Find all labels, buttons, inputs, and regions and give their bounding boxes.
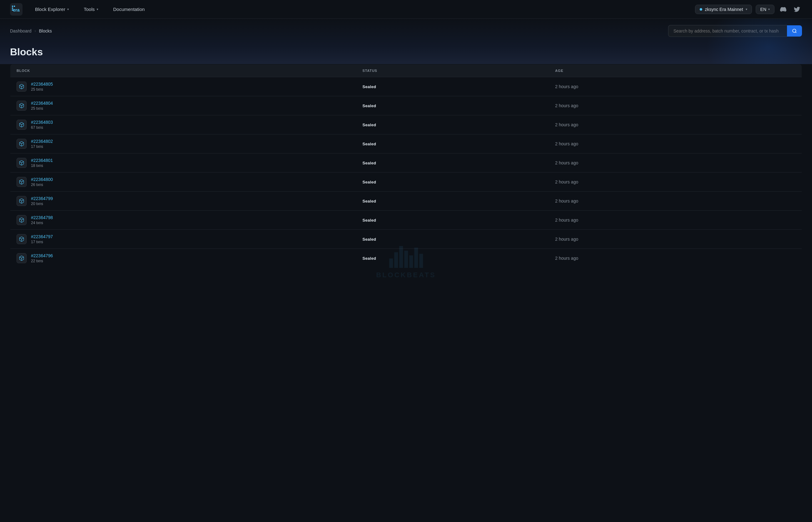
age-cell-5: 2 hours ago xyxy=(549,173,802,192)
block-cell-7: #22364798 24 txns xyxy=(10,211,356,230)
block-explorer-chevron-icon: ▾ xyxy=(67,7,69,11)
navbar: era Block Explorer ▾ Tools ▾ Documentati… xyxy=(0,0,812,19)
block-number-link[interactable]: #22364802 xyxy=(31,139,53,144)
block-cell-3: #22364802 17 txns xyxy=(10,135,356,154)
status-badge: Sealed xyxy=(363,256,376,261)
block-cell-inner: #22364804 25 txns xyxy=(17,101,350,111)
breadcrumb: Dashboard › Blocks xyxy=(10,28,52,34)
block-icon xyxy=(17,158,26,168)
status-badge: Sealed xyxy=(363,84,376,89)
block-cell-inner: #22364796 22 txns xyxy=(17,253,350,263)
block-cell-9: #22364796 22 txns xyxy=(10,249,356,268)
block-info: #22364799 20 txns xyxy=(31,196,53,206)
status-badge: Sealed xyxy=(363,218,376,223)
block-cube-icon xyxy=(19,255,24,261)
status-cell-8: Sealed xyxy=(356,230,549,249)
block-cube-icon xyxy=(19,84,24,89)
block-info: #22364797 17 txns xyxy=(31,234,53,244)
table-row: #22364803 67 txns Sealed 2 hours ago xyxy=(10,115,802,135)
breadcrumb-separator: › xyxy=(35,29,36,33)
block-cell-inner: #22364798 24 txns xyxy=(17,215,350,225)
block-txns: 17 txns xyxy=(31,144,53,149)
block-info: #22364798 24 txns xyxy=(31,215,53,225)
age-text: 2 hours ago xyxy=(555,237,578,242)
age-cell-9: 2 hours ago xyxy=(549,249,802,268)
block-cube-icon xyxy=(19,217,24,223)
block-cell-inner: #22364803 67 txns xyxy=(17,120,350,130)
block-info: #22364802 17 txns xyxy=(31,139,53,149)
svg-rect-2 xyxy=(12,6,13,7)
svg-rect-4 xyxy=(12,9,13,11)
discord-icon[interactable] xyxy=(778,4,788,14)
status-cell-5: Sealed xyxy=(356,173,549,192)
twitter-icon[interactable] xyxy=(792,4,802,14)
age-cell-3: 2 hours ago xyxy=(549,135,802,154)
search-input[interactable] xyxy=(668,25,787,37)
table-row: #22364798 24 txns Sealed 2 hours ago xyxy=(10,211,802,230)
age-text: 2 hours ago xyxy=(555,84,578,89)
block-txns: 67 txns xyxy=(31,125,53,130)
block-icon xyxy=(17,101,26,111)
blocks-tbody: #22364805 25 txns Sealed 2 hours ago # xyxy=(10,77,802,268)
block-txns: 22 txns xyxy=(31,259,53,263)
svg-text:era: era xyxy=(13,7,19,13)
table-row: #22364802 17 txns Sealed 2 hours ago xyxy=(10,135,802,154)
table-row: #22364799 20 txns Sealed 2 hours ago xyxy=(10,192,802,211)
block-icon xyxy=(17,82,26,92)
table-row: #22364801 18 txns Sealed 2 hours ago xyxy=(10,154,802,173)
svg-rect-5 xyxy=(14,6,15,7)
status-badge: Sealed xyxy=(363,103,376,108)
status-badge: Sealed xyxy=(363,142,376,146)
language-selector[interactable]: EN ▾ xyxy=(756,5,774,14)
age-cell-6: 2 hours ago xyxy=(549,192,802,211)
age-text: 2 hours ago xyxy=(555,122,578,127)
page-title: Blocks xyxy=(10,46,802,58)
block-icon xyxy=(17,196,26,206)
status-cell-9: Sealed xyxy=(356,249,549,268)
block-number-link[interactable]: #22364803 xyxy=(31,120,53,125)
block-txns: 24 txns xyxy=(31,221,53,225)
block-icon xyxy=(17,139,26,149)
block-number-link[interactable]: #22364798 xyxy=(31,215,53,220)
logo[interactable]: era xyxy=(10,3,22,16)
table-row: #22364804 25 txns Sealed 2 hours ago xyxy=(10,96,802,115)
nav-tools[interactable]: Tools ▾ xyxy=(81,5,101,13)
table-row: #22364797 17 txns Sealed 2 hours ago xyxy=(10,230,802,249)
block-cell-6: #22364799 20 txns xyxy=(10,192,356,211)
block-number-link[interactable]: #22364800 xyxy=(31,177,53,182)
table-row: #22364800 26 txns Sealed 2 hours ago xyxy=(10,173,802,192)
block-info: #22364805 25 txns xyxy=(31,82,53,92)
block-number-link[interactable]: #22364804 xyxy=(31,101,53,106)
block-icon xyxy=(17,253,26,263)
status-cell-6: Sealed xyxy=(356,192,549,211)
navbar-right: zksync Era Mainnet ▾ EN ▾ xyxy=(695,4,802,14)
age-text: 2 hours ago xyxy=(555,160,578,165)
age-text: 2 hours ago xyxy=(555,141,578,146)
breadcrumb-area: Dashboard › Blocks Blocks xyxy=(0,19,812,64)
block-cube-icon xyxy=(19,198,24,204)
language-label: EN xyxy=(760,7,766,12)
block-number-link[interactable]: #22364801 xyxy=(31,158,53,163)
status-cell-0: Sealed xyxy=(356,77,549,96)
block-number-link[interactable]: #22364796 xyxy=(31,253,53,258)
block-cell-0: #22364805 25 txns xyxy=(10,77,356,96)
nav-block-explorer-label: Block Explorer xyxy=(35,6,65,12)
block-number-link[interactable]: #22364805 xyxy=(31,82,53,86)
block-info: #22364801 18 txns xyxy=(31,158,53,168)
network-selector[interactable]: zksync Era Mainnet ▾ xyxy=(695,5,752,14)
block-number-link[interactable]: #22364799 xyxy=(31,196,53,201)
network-label: zksync Era Mainnet xyxy=(705,7,743,12)
nav-block-explorer[interactable]: Block Explorer ▾ xyxy=(33,5,71,13)
block-number-link[interactable]: #22364797 xyxy=(31,234,53,239)
breadcrumb-dashboard-link[interactable]: Dashboard xyxy=(10,28,32,34)
nav-documentation[interactable]: Documentation xyxy=(111,5,147,13)
age-text: 2 hours ago xyxy=(555,103,578,108)
age-text: 2 hours ago xyxy=(555,199,578,203)
search-button[interactable] xyxy=(787,25,802,37)
block-info: #22364800 26 txns xyxy=(31,177,53,187)
block-cell-inner: #22364799 20 txns xyxy=(17,196,350,206)
breadcrumb-current: Blocks xyxy=(39,28,52,34)
breadcrumb-row: Dashboard › Blocks xyxy=(10,25,802,37)
content-area: BLOCK STATUS AGE #22364805 25 txns xyxy=(0,64,812,280)
block-icon xyxy=(17,120,26,130)
